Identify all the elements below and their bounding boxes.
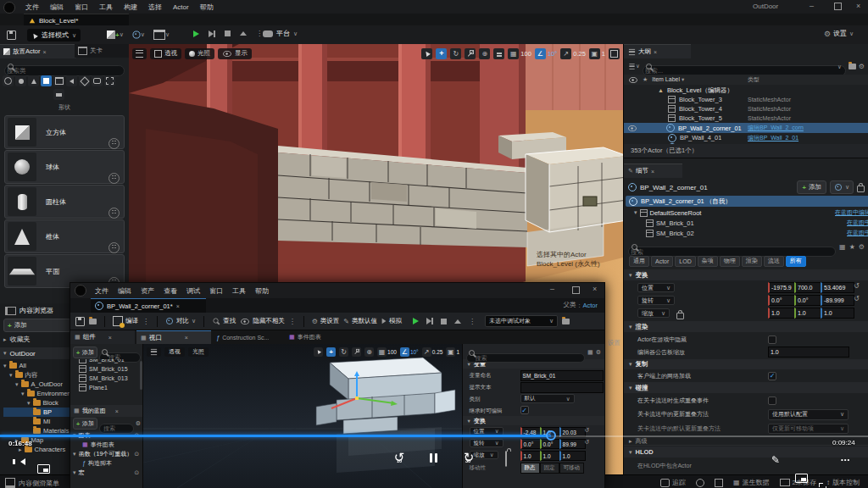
diff-dropdown[interactable]: 对比∨ bbox=[165, 317, 196, 325]
scale-z-field[interactable]: 1.0 bbox=[559, 451, 586, 461]
bp-asset-tab[interactable]: BP_Wall_2_corner_01* × bbox=[91, 298, 206, 313]
close-icon[interactable]: × bbox=[108, 335, 112, 341]
scale-z-field[interactable]: 1.0 bbox=[821, 308, 854, 319]
scale-snap-control[interactable]: ↗0.25 bbox=[422, 347, 443, 357]
gear-icon[interactable]: ⚙ bbox=[136, 420, 141, 427]
audio-icon[interactable] bbox=[66, 75, 77, 86]
editor-mode-dropdown[interactable]: 选择模式 ∨ bbox=[27, 29, 81, 42]
my-blueprint-search[interactable] bbox=[99, 419, 134, 429]
outliner-row-selected[interactable]: BP_Wall_2_corner_01 编辑BP_Wall_2_corn bbox=[624, 123, 868, 133]
cinematics-button[interactable]: ∨ bbox=[153, 30, 170, 40]
place-item-cylinder[interactable]: 圆柱体 bbox=[4, 185, 125, 219]
outliner-column-header[interactable]: ★ Item Label ▾ 类型 bbox=[624, 75, 868, 85]
menu-select[interactable]: 选择 bbox=[148, 3, 162, 12]
select-tool-icon[interactable] bbox=[314, 347, 323, 357]
stop-icon[interactable] bbox=[441, 319, 447, 324]
hidden-checkbox[interactable] bbox=[768, 336, 776, 344]
rotate-tool-icon[interactable]: ↻ bbox=[450, 48, 461, 59]
eye-icon[interactable] bbox=[628, 125, 637, 130]
close-icon[interactable]: × bbox=[43, 49, 47, 55]
chip-all[interactable]: 所有 bbox=[786, 256, 806, 267]
tab-level[interactable]: 关卡 bbox=[75, 44, 132, 58]
frameskip-icon[interactable] bbox=[209, 30, 215, 37]
recent-icon[interactable] bbox=[3, 75, 14, 86]
section-transform[interactable]: ▾变换 bbox=[624, 269, 868, 280]
close-icon[interactable]: × bbox=[593, 285, 597, 293]
blueprint-edit-dropdown[interactable]: ∨ bbox=[830, 180, 854, 194]
maximize-viewport-icon[interactable] bbox=[609, 48, 620, 59]
tab-viewport[interactable]: ▦ 视口 × bbox=[136, 330, 211, 344]
camera-speed-control[interactable]: ▣1 bbox=[446, 347, 459, 357]
reset-icon[interactable]: ↺ bbox=[854, 282, 860, 290]
scale-tool-icon[interactable] bbox=[465, 48, 476, 59]
menu-window[interactable]: 窗口 bbox=[75, 3, 88, 12]
grid-snap-control[interactable]: ▦100 bbox=[508, 48, 531, 59]
section-hlod[interactable]: ▾HLOD bbox=[624, 446, 868, 458]
bp-menu-tools[interactable]: 工具 bbox=[232, 286, 246, 296]
macros-section[interactable]: ▾宏 ⊙ bbox=[70, 468, 142, 477]
place-item-cone[interactable]: 椎体 bbox=[4, 219, 125, 253]
maximize-icon[interactable] bbox=[572, 286, 580, 294]
tab-event-graph[interactable]: ▦ 事件图表 bbox=[284, 330, 348, 344]
net-load-checkbox[interactable]: ✓ bbox=[768, 372, 776, 380]
chip-misc[interactable]: 杂项 bbox=[698, 256, 718, 267]
bp-menu-file[interactable]: 文件 bbox=[95, 286, 108, 296]
basic-icon[interactable] bbox=[15, 75, 26, 86]
event-graph-row[interactable]: ▦事件图表 bbox=[70, 440, 142, 449]
bp-components-search[interactable] bbox=[99, 347, 141, 358]
chip-physics[interactable]: 物理 bbox=[720, 256, 740, 267]
my-blueprint-header[interactable]: ▦ 我的蓝图 × bbox=[70, 405, 142, 417]
show-dropdown[interactable]: 显示 bbox=[218, 48, 252, 59]
default-update-method-dropdown[interactable]: 仅更新可移动项∨ bbox=[768, 424, 849, 434]
outliner-row-level[interactable]: ▲ Block_Level（编辑器） bbox=[624, 86, 868, 95]
details-tree-comp-row[interactable]: SM_Brick_02 在蓝图中编辑 bbox=[626, 228, 868, 238]
lit-dropdown[interactable]: 光照 bbox=[185, 48, 214, 59]
tab-components[interactable]: ▦ 组件 × bbox=[70, 330, 135, 344]
edit-in-blueprint-link[interactable]: 在蓝图中编辑 bbox=[847, 229, 868, 237]
chip-general[interactable]: 通用 bbox=[629, 256, 649, 267]
menu-help[interactable]: 帮助 bbox=[200, 3, 214, 12]
rotate-tool-icon[interactable]: ↻ bbox=[339, 347, 348, 357]
perspective-dropdown[interactable]: 透视 bbox=[150, 48, 181, 59]
content-drawer-button[interactable]: 内容侧滑菜单 bbox=[5, 478, 59, 488]
surface-snap-icon[interactable] bbox=[493, 48, 504, 59]
my-blueprint-add-button[interactable]: +添加 bbox=[73, 418, 97, 430]
menu-actor[interactable]: Actor bbox=[173, 3, 189, 11]
visual-icon[interactable] bbox=[79, 75, 90, 86]
drag-handle-icon[interactable] bbox=[108, 242, 120, 253]
viewport-options-icon[interactable] bbox=[147, 347, 161, 357]
drag-handle-icon[interactable] bbox=[108, 138, 120, 149]
status-icon[interactable] bbox=[715, 479, 723, 487]
mobility-stationary[interactable]: 固定 bbox=[540, 463, 559, 474]
move-tool-icon[interactable]: + bbox=[436, 48, 447, 59]
outliner-row[interactable]: BP_Wall_4_01 编辑BP_Wall_2_01 bbox=[624, 133, 868, 142]
bp-viewport[interactable]: 透视 光照 + ↻ ⊕ ▦100 ∠10° ↗0.25 ▣1 bbox=[143, 344, 462, 488]
row-advanced[interactable]: ▸高级 bbox=[624, 436, 868, 446]
testing-icon[interactable] bbox=[53, 89, 64, 100]
close-icon[interactable]: × bbox=[115, 408, 119, 414]
close-icon[interactable]: × bbox=[651, 169, 654, 175]
maximize-icon[interactable] bbox=[834, 3, 842, 10]
select-tool-icon[interactable] bbox=[421, 48, 432, 59]
close-icon[interactable]: × bbox=[654, 49, 657, 55]
construction-script-row[interactable]: ƒ构造脚本 bbox=[70, 458, 142, 468]
lock-icon[interactable] bbox=[857, 186, 865, 192]
outliner-row[interactable]: Block_Tower_4 StaticMeshActor bbox=[624, 104, 868, 114]
bp-component-row[interactable]: Plane1 bbox=[70, 383, 142, 392]
category-dropdown[interactable]: 默认∨ bbox=[520, 394, 575, 403]
lights-icon[interactable] bbox=[28, 75, 39, 86]
close-icon[interactable]: × bbox=[176, 303, 180, 309]
details-tree-comp-row[interactable]: SM_Brick_01 在蓝图中编辑 bbox=[626, 218, 868, 228]
simulate-button[interactable]: 模拟 bbox=[381, 317, 402, 325]
edit-blueprint-link[interactable]: 编辑BP_Wall_2_corn bbox=[748, 124, 865, 132]
save-icon[interactable] bbox=[75, 317, 85, 326]
all-classes-icon[interactable] bbox=[104, 75, 115, 86]
camera-speed-control[interactable]: ▣1 bbox=[589, 48, 605, 59]
gear-icon[interactable]: ⚙ bbox=[859, 63, 865, 70]
bp-component-row[interactable]: SM_Brick_013 bbox=[70, 374, 142, 383]
new-folder-icon[interactable] bbox=[849, 64, 856, 69]
functions-section[interactable]: ▾函数（19个可重载） ⊙ bbox=[70, 449, 142, 458]
scale-dropdown[interactable]: 缩放∨ bbox=[470, 451, 498, 459]
tab-construction-script[interactable]: ƒ Construction Sc... bbox=[211, 330, 284, 344]
bp-add-component-button[interactable]: +添加 bbox=[73, 347, 97, 358]
